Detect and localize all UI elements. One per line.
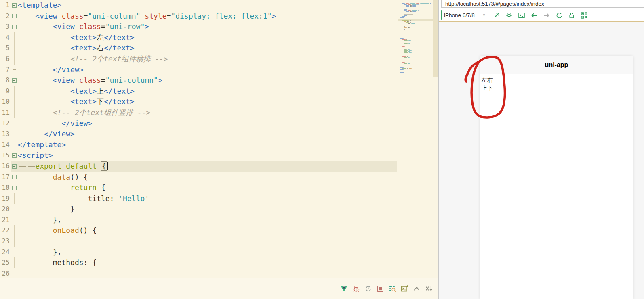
fold-toggle-icon[interactable] [11, 161, 18, 172]
code-line[interactable]: 25 methods: { [0, 257, 397, 268]
code-line[interactable]: 20 } [0, 204, 397, 215]
restart-icon[interactable] [364, 285, 372, 293]
line-number: 11 [0, 107, 11, 118]
code-line[interactable]: 3 <view class="uni-row"> [0, 21, 397, 32]
debug-bug-icon[interactable] [352, 285, 360, 293]
fold-guide [11, 118, 18, 129]
line-number: 13 [0, 129, 11, 140]
code-line[interactable]: 11 <!-- 2个text组件竖排 --> [0, 107, 397, 118]
code-text: return { [18, 182, 397, 193]
url-bar [439, 0, 644, 9]
code-line[interactable]: 19 title: 'Hello' [0, 193, 397, 204]
line-number: 14 [0, 140, 11, 151]
fold-toggle-icon[interactable] [11, 182, 18, 193]
fold-toggle-icon[interactable] [11, 172, 18, 183]
forward-arrow-icon[interactable] [543, 12, 550, 19]
code-text: <text>上</text> [18, 86, 397, 97]
refresh-icon[interactable] [556, 12, 563, 19]
code-line[interactable]: 12 </view> [0, 118, 397, 129]
code-line[interactable]: 5 <text>右</text> [0, 43, 397, 54]
minimap-rows [398, 2, 433, 73]
code-text: </view> [18, 118, 397, 129]
code-line[interactable]: 18 return { [0, 182, 397, 193]
code-editor[interactable]: 1<template>2 <view class="uni-column" st… [0, 0, 397, 278]
fold-guide [11, 225, 18, 236]
fold-toggle-icon[interactable] [11, 0, 18, 11]
code-line[interactable]: 22 onLoad() { [0, 225, 397, 236]
line-number: 19 [0, 193, 11, 204]
new-terminal-icon[interactable] [401, 285, 408, 293]
line-number: 22 [0, 225, 11, 236]
minimap-scrollbar-thumb[interactable] [433, 0, 438, 77]
code-line[interactable]: 26 [0, 268, 397, 278]
code-line[interactable]: 1<template> [0, 0, 397, 11]
code-text: </view> [18, 129, 397, 140]
preview-canvas: uni-app 左右 上下 [439, 22, 644, 299]
terminal-icon[interactable] [518, 12, 525, 19]
code-text: <!-- 2个text组件竖排 --> [18, 107, 397, 118]
code-text: export default { [18, 161, 397, 172]
code-line[interactable]: 21 }, [0, 215, 397, 226]
lock-icon[interactable] [568, 12, 575, 19]
code-line[interactable]: 17 data() { [0, 172, 397, 183]
code-line[interactable]: 2 <view class="uni-column" style="displa… [0, 11, 397, 22]
qrcode-icon[interactable] [581, 12, 588, 19]
code-line[interactable]: 8 <view class="uni-column"> [0, 75, 397, 86]
line-number: 10 [0, 96, 11, 107]
line-number: 26 [0, 268, 11, 278]
line-number: 9 [0, 86, 11, 97]
code-text: methods: { [18, 257, 397, 268]
chevron-down-icon: ▼ [482, 13, 486, 17]
line-number: 7 [0, 65, 11, 75]
fold-guide [11, 204, 18, 215]
code-line[interactable]: 4 <text>左</text> [0, 32, 397, 43]
code-text: <text>右</text> [18, 43, 397, 54]
url-input[interactable] [441, 0, 644, 8]
device-toolbar: iPhone 6/7/8 ▼ [439, 9, 644, 22]
editor-pane: 1<template>2 <view class="uni-column" st… [0, 0, 438, 299]
open-external-icon[interactable] [493, 12, 500, 19]
code-line[interactable]: 7 </view> [0, 65, 397, 75]
editor-minimap-divider [397, 0, 397, 278]
fold-toggle-icon[interactable] [11, 150, 18, 161]
minimap[interactable] [398, 0, 433, 278]
code-line[interactable]: 9 <text>上</text> [0, 86, 397, 97]
device-selector[interactable]: iPhone 6/7/8 ▼ [441, 10, 488, 20]
fold-guide [11, 257, 18, 268]
text-row-vertical: 上下 [481, 84, 632, 92]
code-line[interactable]: 16 export default { [0, 161, 397, 172]
line-number: 12 [0, 118, 11, 129]
code-line[interactable]: 13 </view> [0, 129, 397, 140]
code-line[interactable]: 14</template> [0, 140, 397, 151]
code-text [18, 236, 397, 247]
line-number: 24 [0, 247, 11, 258]
fold-guide [11, 129, 18, 140]
code-line[interactable]: 6 <!-- 2个text组件横排 --> [0, 54, 397, 65]
code-text: onLoad() { [18, 225, 397, 236]
code-text: data() { [18, 172, 397, 183]
fold-toggle-icon[interactable] [11, 75, 18, 86]
fold-toggle-icon[interactable] [11, 21, 18, 32]
line-number: 2 [0, 11, 11, 22]
code-line[interactable]: 10 <text>下</text> [0, 96, 397, 107]
collapse-panel-icon[interactable] [413, 285, 421, 293]
code-line[interactable]: 15<script> [0, 150, 397, 161]
fold-guide [11, 268, 18, 278]
line-number: 8 [0, 75, 11, 86]
stop-icon[interactable] [377, 285, 384, 293]
code-line[interactable]: 23 [0, 236, 397, 247]
app-title: uni-app [545, 61, 568, 69]
back-arrow-icon[interactable] [530, 12, 538, 19]
code-text: </view> [18, 65, 397, 75]
line-number: 6 [0, 54, 11, 65]
settings-gear-icon[interactable] [505, 12, 513, 19]
vue-logo-icon[interactable] [340, 285, 348, 293]
line-number: 15 [0, 150, 11, 161]
line-number: 3 [0, 21, 11, 32]
fold-toggle-icon[interactable] [11, 11, 18, 22]
search-console-icon[interactable] [389, 285, 396, 293]
fold-guide [11, 32, 18, 43]
code-line[interactable]: 24 }, [0, 247, 397, 258]
jump-to-end-icon[interactable] [425, 285, 433, 293]
line-number: 20 [0, 204, 11, 215]
